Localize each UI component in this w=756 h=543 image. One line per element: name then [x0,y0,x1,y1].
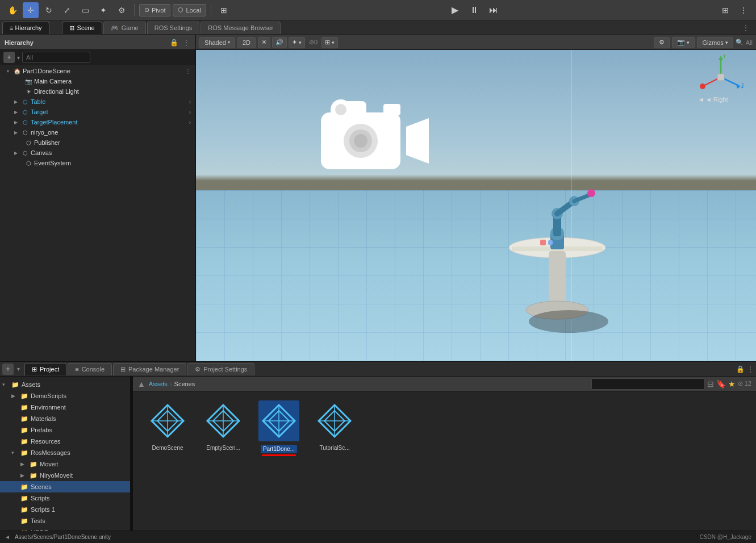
asset-demoscene[interactable]: DemoScene [142,400,193,456]
proj-item-prefabs[interactable]: 📁 Prefabs [0,424,130,436]
breadcrumb-assets[interactable]: Assets [149,381,168,387]
proj-item-scenes[interactable]: 📁 Scenes [0,481,130,492]
table-toggle[interactable]: ▶ [12,98,19,105]
targetplacement-toggle[interactable]: ▶ [12,119,19,126]
bottom-lock-icon[interactable]: 🔒 [736,365,745,373]
2d-button[interactable]: 2D [237,37,256,48]
camera-view-btn[interactable]: 📷 ▾ [672,37,695,48]
more-icon[interactable]: ⋮ [736,2,751,18]
breadcrumb: Assets › Scenes [149,381,195,387]
local-button[interactable]: ⬡ Local [173,4,206,16]
hierarchy-scene-root[interactable]: ▾ 🏠 Part1DoneScene ⋮ [0,66,195,76]
play-button[interactable]: ▶ [446,2,464,18]
rosmessages-toggle[interactable]: ▾ [11,450,18,456]
proj-item-niryomoveit[interactable]: ▶ 📁 NiryoMoveit [0,470,130,481]
asset-tutorialscene[interactable]: TutorialSc... [309,400,360,456]
filter-icon[interactable]: 🔖 [716,379,726,389]
demoscripts-toggle[interactable]: ▶ [11,393,18,399]
pause-button[interactable]: ⏸ [465,2,483,18]
svg-point-30 [700,83,705,89]
star-icon[interactable]: ★ [728,379,736,389]
hierarchy-item-directional-light[interactable]: ☀ Directional Light [0,86,195,97]
niryomoveit-toggle[interactable]: ▶ [20,473,27,478]
tab-console[interactable]: ≡ Console [68,363,112,375]
proj-item-tests[interactable]: 📁 Tests [0,515,130,527]
proj-item-resources[interactable]: 📁 Resources [0,436,130,447]
tab-package-manager[interactable]: ⊞ Package Manager [113,363,186,375]
breadcrumb-up-icon[interactable]: ▲ [137,379,145,389]
audio-btn[interactable]: 🔊 [272,37,287,48]
hierarchy-item-target-placement[interactable]: ▶ ⬡ TargetPlacement › [0,117,195,127]
light-toggle-btn[interactable]: ☀ [258,37,270,48]
tab-game[interactable]: 🎮 Game [103,22,146,34]
grid-icon[interactable]: ⊞ [216,2,232,18]
hierarchy-add-arrow[interactable]: ▾ [17,55,20,61]
hierarchy-item-publisher[interactable]: ⬡ Publisher [0,137,195,148]
tab-project[interactable]: ⊞ Project [24,363,66,375]
console-icon: ≡ [75,366,78,373]
canvas-toggle[interactable]: ▶ [12,149,19,156]
grid-btn[interactable]: ⊞ ▾ [321,37,338,48]
hierarchy-item-niryo[interactable]: ▶ ⬡ niryo_one [0,127,195,137]
transform-tool-icon[interactable]: ✦ [95,2,111,18]
proj-item-materials[interactable]: 📁 Materials [0,413,130,424]
scale-tool-icon[interactable]: ⤢ [59,2,75,18]
fx-btn[interactable]: ✦ ▾ [289,37,305,48]
shaded-label: Shaded [204,39,226,46]
custom-tool-icon[interactable]: ⚙ [114,2,130,18]
proj-item-urdf[interactable]: ▾ 📁 URDF [0,527,130,531]
proj-item-demoscripts[interactable]: ▶ 📁 DemoScripts [0,390,130,402]
hierarchy-item-table[interactable]: ▶ ⬡ Table › [0,97,195,107]
step-button[interactable]: ⏭ [484,2,503,18]
proj-item-moveit[interactable]: ▶ 📁 Moveit [0,458,130,470]
pivot-button[interactable]: ⊙ Pivot [139,4,170,16]
scene-menu-icon[interactable]: ⋮ [185,68,191,74]
project-search-input[interactable] [591,378,705,390]
proj-item-rosmessages[interactable]: ▾ 📁 RosMessages [0,447,130,458]
tab-ros-browser[interactable]: ROS Message Browser [201,22,281,34]
hierarchy-panel: Hierarchy 🔒 ⋮ + ▾ ▾ 🏠 Part1DoneScene ⋮ [0,35,196,361]
hand-tool-icon[interactable]: ✋ [5,2,20,18]
bottom-menu-icon[interactable]: ⋮ [747,365,754,373]
hierarchy-item-canvas[interactable]: ▶ ⬡ Canvas [0,148,195,158]
target-toggle[interactable]: ▶ [12,108,19,115]
scene-toggle[interactable]: ▾ [5,68,11,74]
tab-ros-settings[interactable]: ROS Settings [147,22,200,34]
hierarchy-item-target[interactable]: ▶ ⬡ Target › [0,107,195,117]
hierarchy-item-eventsystem[interactable]: ⬡ EventSystem [0,158,195,168]
gizmos-btn[interactable]: Gizmos ▾ [697,37,733,48]
asset-part1done[interactable]: Part1Done... [253,400,304,456]
tab-scene[interactable]: ⊞ Scene [62,22,102,34]
tab-menu-icon[interactable]: ⋮ [738,24,754,32]
project-add-button[interactable]: + [2,364,14,375]
project-add-arrow[interactable]: ▾ [17,366,20,372]
lock-icon[interactable]: 🔒 [169,37,179,48]
hierarchy-add-button[interactable]: + [3,52,15,63]
hierarchy-item-main-camera[interactable]: 📷 Main Camera [0,76,195,86]
rect-tool-icon[interactable]: ▭ [77,2,93,18]
assets-toggle[interactable]: ▾ [2,382,9,387]
shaded-button[interactable]: Shaded ▾ [199,37,235,48]
layers-icon[interactable]: ⊞ [717,2,733,18]
wrench-btn[interactable]: ⚙ [654,37,670,48]
tab-hierarchy[interactable]: ≡ Hierarchy [2,22,49,34]
search-gizmo-icon[interactable]: 🔍 [736,39,744,46]
proj-item-environment[interactable]: 📁 Environment [0,402,130,413]
niryo-toggle[interactable]: ▶ [12,129,19,136]
rotate-tool-icon[interactable]: ↻ [41,2,57,18]
tests-folder-icon: 📁 [20,517,28,525]
moveit-toggle[interactable]: ▶ [20,461,27,467]
move-tool-icon[interactable]: ✛ [23,2,39,18]
scripts1-label: Scripts 1 [31,506,55,513]
proj-item-assets[interactable]: ▾ 📁 Assets [0,379,130,390]
asset-emptyscene[interactable]: EmptyScen... [198,400,249,456]
view-icon[interactable]: ⊟ [707,379,714,389]
hierarchy-search-input[interactable] [22,52,90,63]
hierarchy-menu-icon[interactable]: ⋮ [182,37,191,48]
scene-icon: ⊞ [69,24,74,32]
tab-project-settings[interactable]: ⚙ Project Settings [187,363,254,375]
scene-canvas[interactable]: Y Z ◄ ◄ Right [196,50,756,361]
proj-item-scripts[interactable]: 📁 Scripts [0,492,130,504]
niryo-icon-glyph: ⬡ [21,128,29,136]
proj-item-scripts1[interactable]: 📁 Scripts 1 [0,504,130,515]
